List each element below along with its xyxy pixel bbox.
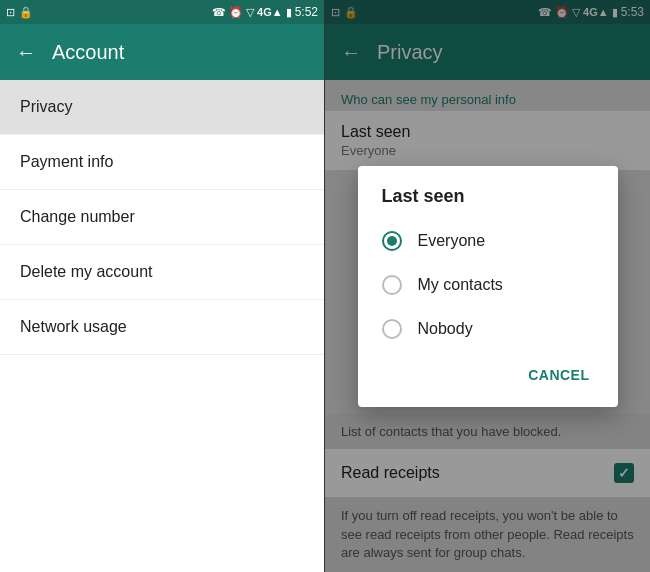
- dialog-option-nobody[interactable]: Nobody: [358, 307, 618, 351]
- lock-icon: 🔒: [19, 6, 33, 19]
- page-title-left: Account: [52, 41, 124, 64]
- status-time-left: 5:52: [295, 5, 318, 19]
- left-panel: ⊡ 🔒 ☎ ⏰ ▽ 4G▲ ▮ 5:52 ← Account Privacy P…: [0, 0, 325, 572]
- signal-4g-icon: 4G▲: [257, 6, 283, 18]
- dialog-option-label-nobody: Nobody: [418, 320, 473, 338]
- alarm-icon: ⏰: [229, 6, 243, 19]
- menu-item-change-number[interactable]: Change number: [0, 190, 324, 245]
- radio-inner-everyone: [387, 236, 397, 246]
- battery-icon: ▮: [286, 6, 292, 19]
- wifi-icon: ▽: [246, 6, 254, 19]
- menu-item-network-usage[interactable]: Network usage: [0, 300, 324, 355]
- back-button-left[interactable]: ←: [16, 41, 36, 64]
- dialog-option-label-everyone: Everyone: [418, 232, 486, 250]
- screenshot-icon: ⊡: [6, 6, 15, 19]
- status-bar-right-icons: ☎ ⏰ ▽ 4G▲ ▮ 5:52: [212, 5, 318, 19]
- status-bar-left-icons: ⊡ 🔒: [6, 6, 33, 19]
- dialog-title: Last seen: [358, 166, 618, 219]
- dialog-cancel-button[interactable]: CANCEL: [516, 359, 601, 391]
- radio-nobody[interactable]: [382, 319, 402, 339]
- menu-list: Privacy Payment info Change number Delet…: [0, 80, 324, 572]
- dialog-option-everyone[interactable]: Everyone: [358, 219, 618, 263]
- phone-icon: ☎: [212, 6, 226, 19]
- dialog-option-my-contacts[interactable]: My contacts: [358, 263, 618, 307]
- menu-item-payment[interactable]: Payment info: [0, 135, 324, 190]
- status-bar-left: ⊡ 🔒 ☎ ⏰ ▽ 4G▲ ▮ 5:52: [0, 0, 324, 24]
- menu-item-privacy[interactable]: Privacy: [0, 80, 324, 135]
- dialog-actions: CANCEL: [358, 351, 618, 407]
- radio-everyone[interactable]: [382, 231, 402, 251]
- last-seen-dialog: Last seen Everyone My contacts Nobody CA…: [358, 166, 618, 407]
- menu-item-delete-account[interactable]: Delete my account: [0, 245, 324, 300]
- dialog-option-label-my-contacts: My contacts: [418, 276, 503, 294]
- right-panel: ⊡ 🔒 ☎ ⏰ ▽ 4G▲ ▮ 5:53 ← Privacy Who can s…: [325, 0, 650, 572]
- radio-my-contacts[interactable]: [382, 275, 402, 295]
- dialog-overlay: Last seen Everyone My contacts Nobody CA…: [325, 0, 650, 572]
- app-bar-left: ← Account: [0, 24, 324, 80]
